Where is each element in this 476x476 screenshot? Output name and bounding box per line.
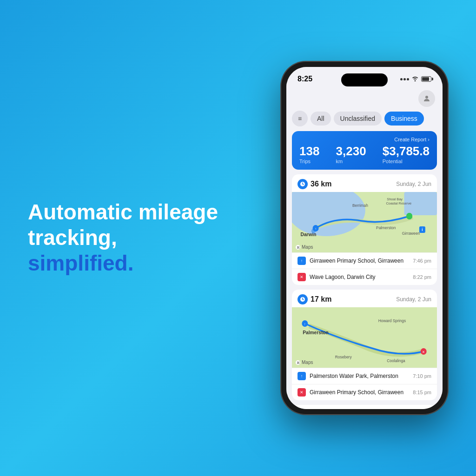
km-label: km: [336, 159, 366, 164]
svg-point-16: [406, 213, 412, 219]
top-bar: [286, 87, 443, 109]
trip1-stop1: ↑ Girraween Primary School, Girraween 7:…: [292, 252, 437, 269]
svg-text:Girraween: Girraween: [402, 231, 420, 236]
wifi-icon: [411, 76, 419, 83]
trip2-header: 17 km Sunday, 2 Jun: [292, 290, 437, 307]
km-value: 3,230: [336, 144, 366, 159]
trip2-stop1-info: ↑ Palmerston Water Park, Palmerston: [298, 372, 398, 380]
trip1-map: ↑ Berrimah Darwin Palmerston Girraween S…: [292, 192, 437, 252]
trips-label: Trips: [299, 159, 319, 164]
headline-highlight: simplified.: [28, 251, 133, 276]
trip2-stop2-name: Girraween Primary School, Girraween: [310, 389, 403, 396]
status-bar: 8:25: [286, 67, 443, 87]
svg-text:↑: ↑: [304, 322, 306, 326]
page-container: Automatic mileage tracking, simplified. …: [0, 0, 476, 476]
trip1-stop2: ✕ Wave Lagoon, Darwin City 8:22 pm: [292, 269, 437, 285]
avatar[interactable]: [418, 90, 435, 107]
trip2-stop1: ↑ Palmerston Water Park, Palmerston 7:10…: [292, 368, 437, 384]
end-icon-2: ✕: [298, 388, 306, 397]
trip2-date: Sunday, 2 Jun: [396, 296, 431, 303]
signal-dot-3: [407, 78, 409, 80]
stat-potential: $3,785.8 Potential: [383, 144, 430, 164]
trip1-stop1-name: Girraween Primary School, Girraween: [310, 258, 403, 264]
trip2-icon: [298, 294, 308, 304]
phone-screen: 8:25: [286, 67, 443, 409]
trip1-stop2-info: ✕ Wave Lagoon, Darwin City: [298, 273, 376, 281]
apple-maps-label-1: Maps: [302, 245, 313, 250]
status-icons: [400, 76, 431, 83]
start-icon-2: ↑: [298, 372, 306, 380]
battery-icon: [421, 76, 431, 82]
svg-text:Shoal Bay: Shoal Bay: [387, 197, 403, 201]
trip1-stop2-time: 8:22 pm: [413, 274, 431, 280]
svg-text:Berrimah: Berrimah: [352, 203, 368, 208]
svg-point-0: [425, 96, 428, 99]
stats-card: Create Report › 138 Trips 3,230 km: [292, 131, 437, 170]
map2-branding: ⌘ Maps: [296, 360, 313, 365]
trip-card-3-peek[interactable]: 13 km Sunday, 2 Jun: [292, 405, 437, 409]
svg-text:Coastal Reserve: Coastal Reserve: [386, 201, 411, 205]
create-report-link[interactable]: Create Report ›: [394, 137, 430, 142]
start-icon-1: ↑: [298, 257, 306, 265]
svg-text:⌘: ⌘: [297, 246, 300, 249]
trips-value: 138: [299, 144, 319, 159]
trip3-header: 13 km Sunday, 2 Jun: [292, 405, 437, 409]
menu-button[interactable]: ≡: [292, 111, 308, 126]
signal-dot-1: [400, 78, 403, 80]
svg-rect-22: [292, 307, 437, 368]
svg-text:Rosebery: Rosebery: [335, 355, 352, 359]
headline: Automatic mileage tracking, simplified.: [28, 199, 223, 277]
dynamic-island: [341, 73, 388, 86]
map1-branding: ⌘ Maps: [296, 245, 313, 250]
trip2-stop2: ✕ Girraween Primary School, Girraween 8:…: [292, 384, 437, 400]
svg-point-11: [311, 229, 316, 233]
trip1-date: Sunday, 2 Jun: [396, 181, 431, 187]
stats-card-top: Create Report ›: [299, 137, 430, 142]
svg-text:i: i: [422, 227, 423, 232]
trip-card-2[interactable]: 17 km Sunday, 2 Jun: [292, 290, 437, 400]
trip-card-1[interactable]: 36 km Sunday, 2 Jun: [292, 174, 437, 285]
trip1-distance-text: 36 km: [311, 180, 331, 188]
end-icon-1: ✕: [298, 273, 306, 281]
tab-all[interactable]: All: [311, 112, 331, 126]
filter-tabs: ≡ All Unclassified Business: [286, 109, 443, 131]
signal-dot-2: [403, 78, 406, 80]
trip1-stop1-time: 7:46 pm: [413, 258, 431, 264]
status-time: 8:25: [298, 75, 312, 83]
trip1-distance: 36 km: [298, 179, 331, 189]
svg-text:Palmerston: Palmerston: [303, 330, 329, 335]
trip2-stop2-time: 8:15 pm: [413, 390, 431, 395]
phone-mockup: 8:25: [281, 61, 448, 415]
headline-part2: tracking,: [28, 225, 117, 250]
tab-unclassified[interactable]: Unclassified: [334, 112, 382, 126]
trip2-distance: 17 km: [298, 294, 331, 304]
svg-text:⌘: ⌘: [297, 361, 300, 364]
svg-text:✕: ✕: [422, 350, 425, 354]
trip2-map: ↑ ✕ Palmerston Howard Springs Rosebery C…: [292, 307, 437, 368]
trip1-stop1-info: ↑ Girraween Primary School, Girraween: [298, 257, 403, 265]
signal-bars: [400, 78, 409, 80]
trip2-distance-text: 17 km: [311, 295, 331, 304]
app-content: ≡ All Unclassified Business Create Repor…: [286, 87, 443, 409]
trip2-stop2-info: ✕ Girraween Primary School, Girraween: [298, 388, 403, 397]
stat-km: 3,230 km: [336, 144, 366, 164]
trip1-header: 36 km Sunday, 2 Jun: [292, 174, 437, 192]
headline-part1: Automatic mileage: [28, 200, 218, 224]
phone-frame: 8:25: [281, 61, 448, 415]
svg-text:Coolalinga: Coolalinga: [387, 358, 405, 363]
stat-trips: 138 Trips: [299, 144, 319, 164]
potential-label: Potential: [383, 159, 430, 164]
trip2-stop1-name: Palmerston Water Park, Palmerston: [310, 373, 398, 379]
potential-value: $3,785.8: [383, 144, 430, 159]
left-text-area: Automatic mileage tracking, simplified.: [28, 199, 223, 277]
trip1-icon: [298, 179, 308, 189]
trip2-stop1-time: 7:10 pm: [413, 373, 431, 379]
trip1-stop2-name: Wave Lagoon, Darwin City: [310, 274, 376, 280]
tab-business[interactable]: Business: [384, 112, 424, 126]
apple-maps-label-2: Maps: [302, 360, 313, 365]
svg-text:Palmerston: Palmerston: [376, 225, 396, 230]
stats-numbers: 138 Trips 3,230 km $3,785.8 Potential: [299, 144, 430, 164]
svg-text:Howard Springs: Howard Springs: [378, 318, 406, 323]
